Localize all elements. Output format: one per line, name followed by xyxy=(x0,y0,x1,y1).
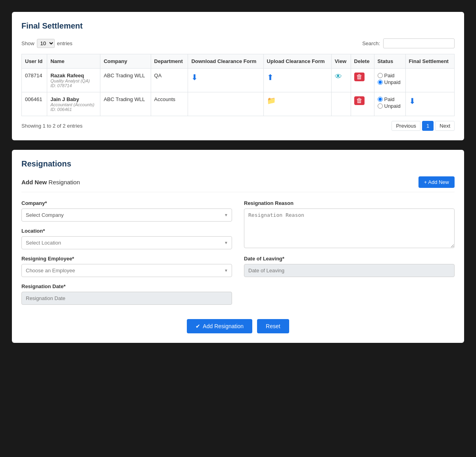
status-unpaid-label[interactable]: Unpaid xyxy=(378,103,402,109)
add-new-section-header: Add New Resignation + Add New xyxy=(21,176,455,192)
cell-name: Razak Rafeeq Quality Analyst (QA) ID: 07… xyxy=(47,69,100,92)
cell-company: ABC Trading WLL xyxy=(100,92,151,116)
cell-status: Paid Unpaid xyxy=(374,92,405,116)
date-of-leaving-label: Date of Leaving* xyxy=(244,256,455,262)
search-label: Search: xyxy=(362,40,380,46)
resignation-reason-label: Resignation Reason xyxy=(244,200,455,206)
status-unpaid-radio[interactable] xyxy=(378,103,383,109)
col-view: View xyxy=(331,54,351,69)
add-new-suffix: Resignation xyxy=(47,179,80,185)
cell-view xyxy=(331,92,351,116)
cell-upload: 📁 xyxy=(263,92,331,116)
resignation-date-group: Resignation Date* xyxy=(21,283,232,305)
cell-view: 👁 xyxy=(331,69,351,92)
company-select-wrap: Select Company xyxy=(21,208,232,222)
pagination-info: Showing 1 to 2 of 2 entries xyxy=(21,123,83,129)
add-resignation-label: Add Resignation xyxy=(203,323,244,329)
cell-userid: 006461 xyxy=(22,92,47,116)
cell-final-settlement: ⬇ xyxy=(405,92,454,116)
page-1-button[interactable]: 1 xyxy=(422,121,434,131)
resignation-form: Company* Select Company Location* Resign… xyxy=(21,200,455,311)
col-final: Final Settlement xyxy=(405,54,454,69)
resignations-card: Resignations Add New Resignation + Add N… xyxy=(12,150,464,343)
col-company: Company xyxy=(100,54,151,69)
search-box: Search: xyxy=(362,38,455,48)
add-new-section-title: Add New Resignation xyxy=(21,179,80,185)
resignation-reason-textarea[interactable] xyxy=(244,208,455,248)
cell-userid: 078714 xyxy=(22,69,47,92)
resignation-date-label: Resignation Date* xyxy=(21,283,232,289)
col-status: Status xyxy=(374,54,405,69)
view-icon[interactable]: 👁 xyxy=(335,73,342,81)
company-label: Company* xyxy=(21,200,232,206)
pagination: Showing 1 to 2 of 2 entries Previous 1 N… xyxy=(21,121,455,131)
cell-final-settlement xyxy=(405,69,454,92)
folder-icon[interactable]: 📁 xyxy=(267,96,276,105)
col-userid: User Id xyxy=(22,54,47,69)
location-field-group: Location* xyxy=(21,228,232,249)
col-download: Download Clearance Form xyxy=(188,54,263,69)
add-new-button[interactable]: + Add New xyxy=(418,176,455,188)
form-actions: ✔ Add Resignation Reset xyxy=(21,319,455,333)
entries-label: entries xyxy=(57,40,73,46)
cell-upload: ⬆ xyxy=(263,69,331,92)
add-new-bold: Add New xyxy=(21,179,47,185)
table-row: 006461 Jain J Baby Accountant (Accounts)… xyxy=(22,92,455,116)
show-entries-group: Show 10 25 50 entries xyxy=(21,39,73,48)
add-resignation-button[interactable]: ✔ Add Resignation xyxy=(187,319,252,333)
col-department: Department xyxy=(151,54,188,69)
resignation-date-input[interactable] xyxy=(21,292,232,305)
delete-icon[interactable]: 🗑 xyxy=(354,73,365,81)
next-button[interactable]: Next xyxy=(435,121,455,131)
download-clearance-icon[interactable]: ⬇ xyxy=(191,73,198,82)
pagination-buttons: Previous 1 Next xyxy=(392,121,455,131)
date-of-leaving-group: Date of Leaving* xyxy=(244,256,455,277)
cell-download xyxy=(188,92,263,116)
reset-button[interactable]: Reset xyxy=(257,319,289,333)
upload-clearance-icon[interactable]: ⬆ xyxy=(267,73,274,82)
resignations-title: Resignations xyxy=(21,159,455,168)
employee-select-wrap xyxy=(21,264,232,277)
company-field-group: Company* Select Company xyxy=(21,200,232,222)
cell-download: ⬇ xyxy=(188,69,263,92)
delete-icon[interactable]: 🗑 xyxy=(354,96,365,105)
col-delete: Delete xyxy=(351,54,374,69)
col-upload: Upload Clearance Form xyxy=(263,54,331,69)
final-settlement-table: User Id Name Company Department Download… xyxy=(21,54,455,116)
status-paid-radio[interactable] xyxy=(378,97,383,102)
final-settlement-card: Final Settlement Show 10 25 50 entries S… xyxy=(12,12,464,140)
show-count-select[interactable]: 10 25 50 xyxy=(37,39,55,48)
prev-button[interactable]: Previous xyxy=(392,121,420,131)
employee-input[interactable] xyxy=(21,264,232,277)
status-paid-label[interactable]: Paid xyxy=(378,73,402,78)
location-label: Location* xyxy=(21,228,232,234)
cell-department: Accounts xyxy=(151,92,188,116)
cell-delete: 🗑 xyxy=(351,92,374,116)
status-radio-group: Paid Unpaid xyxy=(378,96,402,109)
col-name: Name xyxy=(47,54,100,69)
location-select-wrap xyxy=(21,236,232,249)
show-label: Show xyxy=(21,40,35,46)
checkmark-icon: ✔ xyxy=(196,323,200,329)
cell-company: ABC Trading WLL xyxy=(100,69,151,92)
status-paid-radio[interactable] xyxy=(378,73,383,78)
table-row: 078714 Razak Rafeeq Quality Analyst (QA)… xyxy=(22,69,455,92)
final-settlement-download-icon[interactable]: ⬇ xyxy=(409,96,416,106)
resignation-reason-group: Resignation Reason xyxy=(244,200,455,249)
cell-delete: 🗑 xyxy=(351,69,374,92)
cell-name: Jain J Baby Accountant (Accounts) ID: 00… xyxy=(47,92,100,116)
search-input[interactable] xyxy=(383,38,455,48)
form-left-col: Company* Select Company Location* Resign… xyxy=(21,200,232,311)
status-unpaid-radio[interactable] xyxy=(378,80,383,85)
date-of-leaving-input[interactable] xyxy=(244,264,455,277)
table-controls: Show 10 25 50 entries Search: xyxy=(21,38,455,48)
cell-status: Paid Unpaid xyxy=(374,69,405,92)
final-settlement-title: Final Settlement xyxy=(21,21,455,31)
location-input[interactable] xyxy=(21,236,232,249)
status-paid-label[interactable]: Paid xyxy=(378,96,402,102)
employee-label: Resigning Employee* xyxy=(21,256,232,262)
status-unpaid-label[interactable]: Unpaid xyxy=(378,79,402,85)
form-right-col: Resignation Reason Date of Leaving* xyxy=(244,200,455,311)
company-select[interactable]: Select Company xyxy=(21,208,232,222)
status-radio-group: Paid Unpaid xyxy=(378,73,402,85)
